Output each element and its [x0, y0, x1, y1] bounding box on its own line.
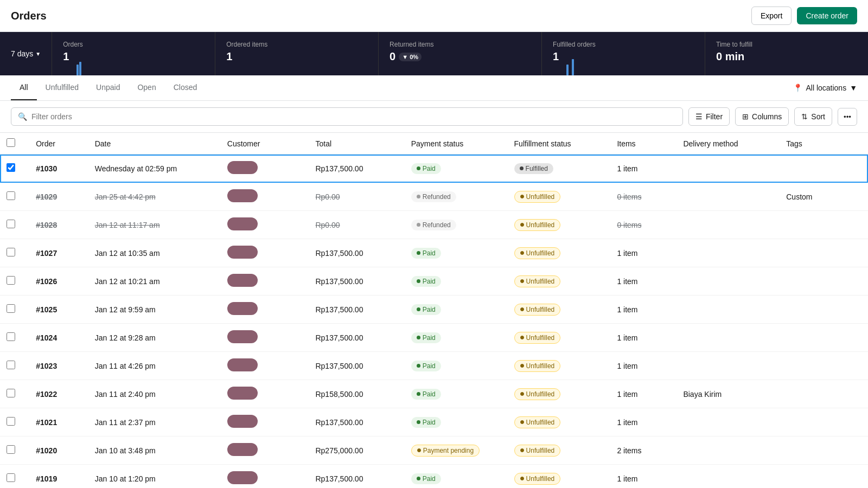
table-row[interactable]: #1030 Wednesday at 02:59 pm Rp137,500.00…: [0, 155, 868, 183]
row-payment-status: Paid: [405, 352, 508, 380]
row-fulfillment-status: Unfulfilled: [508, 183, 611, 211]
row-checkbox[interactable]: [7, 389, 15, 397]
row-customer: [221, 380, 309, 408]
location-selector[interactable]: 📍 All locations ▼: [793, 84, 857, 92]
export-button[interactable]: Export: [751, 7, 792, 25]
row-checkbox-cell[interactable]: [0, 183, 29, 211]
row-checkbox[interactable]: [7, 445, 15, 454]
row-checkbox-cell[interactable]: [0, 296, 29, 324]
row-checkbox-cell[interactable]: [0, 380, 29, 408]
row-checkbox[interactable]: [7, 248, 15, 256]
table-row[interactable]: #1026 Jan 12 at 10:21 am Rp137,500.00 Pa…: [0, 267, 868, 296]
row-order[interactable]: #1021: [29, 408, 88, 436]
tab-unfulfilled[interactable]: Unfulfilled: [37, 75, 87, 100]
row-checkbox[interactable]: [7, 191, 15, 200]
select-all-header[interactable]: [0, 133, 29, 155]
create-order-button[interactable]: Create order: [797, 7, 857, 24]
table-row[interactable]: #1027 Jan 12 at 10:35 am Rp137,500.00 Pa…: [0, 239, 868, 267]
payment-status-badge: Paid: [411, 417, 441, 428]
fulfillment-status-dot: [520, 364, 524, 368]
row-checkbox[interactable]: [7, 332, 15, 341]
row-order[interactable]: #1023: [29, 352, 88, 380]
row-order[interactable]: #1028: [29, 211, 88, 239]
customer-avatar: [227, 443, 258, 456]
row-checkbox[interactable]: [7, 220, 15, 228]
row-order[interactable]: #1029: [29, 183, 88, 211]
row-checkbox[interactable]: [7, 473, 15, 482]
period-selector[interactable]: 7 days ▼: [0, 32, 52, 75]
row-order[interactable]: #1020: [29, 436, 88, 465]
row-checkbox-cell[interactable]: [0, 408, 29, 436]
tab-all[interactable]: All: [11, 75, 37, 100]
row-items: 0 items: [610, 183, 676, 211]
more-options-button[interactable]: •••: [838, 108, 857, 126]
stat-time-to-fulfill: Time to fulfill 0 min: [705, 32, 868, 75]
row-order[interactable]: #1019: [29, 465, 88, 489]
table-row[interactable]: #1024 Jan 12 at 9:28 am Rp137,500.00 Pai…: [0, 324, 868, 352]
row-checkbox-cell[interactable]: [0, 324, 29, 352]
table-row[interactable]: #1025 Jan 12 at 9:59 am Rp137,500.00 Pai…: [0, 296, 868, 324]
row-checkbox-cell[interactable]: [0, 155, 29, 183]
row-order[interactable]: #1024: [29, 324, 88, 352]
row-checkbox-cell[interactable]: [0, 267, 29, 296]
row-order[interactable]: #1026: [29, 267, 88, 296]
table-header-row: Order Date Customer Total Payment status…: [0, 133, 868, 155]
table-row[interactable]: #1029 Jan 25 at 4:42 pm Rp0.00 Refunded …: [0, 183, 868, 211]
stats-bar: 7 days ▼ Orders 1 Ordered items 1 Return…: [0, 32, 868, 75]
tab-open[interactable]: Open: [129, 75, 164, 100]
columns-button[interactable]: ⊞ Columns: [735, 107, 789, 126]
row-checkbox-cell[interactable]: [0, 239, 29, 267]
row-items: 2 items: [610, 436, 676, 465]
row-checkbox[interactable]: [7, 417, 15, 426]
tabs-row: All Unfulfilled Unpaid Open Closed 📍 All…: [0, 75, 868, 101]
filter-button[interactable]: ☰ Filter: [688, 107, 730, 126]
row-total: Rp137,500.00: [309, 352, 404, 380]
table-row[interactable]: #1021 Jan 11 at 2:37 pm Rp137,500.00 Pai…: [0, 408, 868, 436]
row-checkbox[interactable]: [7, 304, 15, 313]
payment-status-dot: [417, 223, 420, 227]
row-date: Jan 10 at 1:20 pm: [88, 465, 221, 489]
row-order[interactable]: #1027: [29, 239, 88, 267]
row-checkbox[interactable]: [7, 163, 15, 172]
row-customer: [221, 465, 309, 489]
row-checkbox[interactable]: [7, 276, 15, 285]
row-date: Wednesday at 02:59 pm: [88, 155, 221, 183]
row-checkbox-cell[interactable]: [0, 352, 29, 380]
page-header: Orders Export Create order: [0, 0, 868, 32]
row-order[interactable]: #1022: [29, 380, 88, 408]
row-fulfillment-status: Fulfilled: [508, 155, 611, 183]
row-order[interactable]: #1025: [29, 296, 88, 324]
row-checkbox-cell[interactable]: [0, 436, 29, 465]
customer-avatar: [227, 358, 258, 371]
search-box[interactable]: 🔍: [11, 107, 683, 126]
fulfillment-status-dot: [520, 448, 524, 452]
fulfillment-status-badge: Unfulfilled: [514, 304, 561, 316]
search-input[interactable]: [31, 112, 676, 121]
row-order[interactable]: #1030: [29, 155, 88, 183]
row-checkbox-cell[interactable]: [0, 465, 29, 489]
filter-icon: ☰: [695, 112, 703, 121]
row-delivery: [676, 352, 780, 380]
table-row[interactable]: #1020 Jan 10 at 3:48 pm Rp275,000.00 Pay…: [0, 436, 868, 465]
table-row[interactable]: #1028 Jan 12 at 11:17 am Rp0.00 Refunded…: [0, 211, 868, 239]
table-row[interactable]: #1023 Jan 11 at 4:26 pm Rp137,500.00 Pai…: [0, 352, 868, 380]
tab-closed[interactable]: Closed: [165, 75, 206, 100]
row-checkbox[interactable]: [7, 361, 15, 369]
returned-items-badge: ▼ 0%: [399, 53, 422, 61]
table-row[interactable]: #1022 Jan 11 at 2:40 pm Rp158,500.00 Pai…: [0, 380, 868, 408]
table-row[interactable]: #1019 Jan 10 at 1:20 pm Rp137,500.00 Pai…: [0, 465, 868, 489]
row-delivery: [676, 267, 780, 296]
customer-avatar: [227, 387, 258, 400]
payment-status-badge: Refunded: [411, 191, 456, 202]
sort-button[interactable]: ⇅ Sort: [794, 107, 832, 126]
payment-status-dot: [417, 279, 420, 283]
chevron-down-icon: ▼: [850, 84, 857, 92]
tab-unpaid[interactable]: Unpaid: [87, 75, 129, 100]
row-delivery: [676, 183, 780, 211]
row-fulfillment-status: Unfulfilled: [508, 239, 611, 267]
sort-icon: ⇅: [801, 112, 808, 121]
select-all-checkbox[interactable]: [7, 138, 15, 147]
row-checkbox-cell[interactable]: [0, 211, 29, 239]
row-tags: [780, 408, 868, 436]
payment-status-badge: Paid: [411, 473, 441, 484]
